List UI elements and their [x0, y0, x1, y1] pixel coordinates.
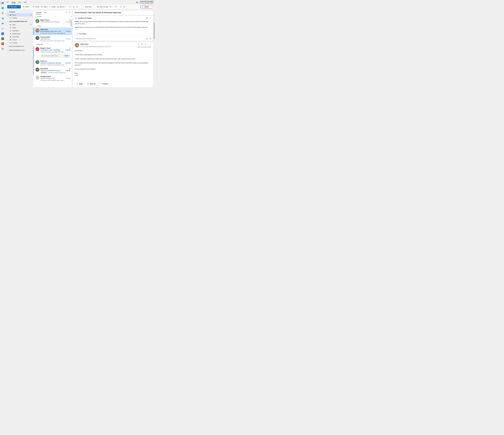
rail-item-groups[interactable]: [0, 22, 5, 25]
sidebar-item-inbox-favorite[interactable]: Inbox 11: [6, 13, 32, 17]
sweep-button[interactable]: Sweep: [48, 5, 56, 8]
pin-button[interactable]: [119, 5, 122, 8]
list-item-miguel[interactable]: MT Miguel Tórrez Surprise Birthday Party…: [33, 18, 72, 24]
rail-item-to-do[interactable]: [0, 27, 5, 30]
rail-item-excel[interactable]: X: [0, 37, 5, 40]
tab-focused[interactable]: Focused: [35, 11, 43, 14]
list-item-hollie[interactable]: HR Hollie Rees Action Needed: Field Trip…: [33, 28, 72, 35]
tab-home[interactable]: Home: [10, 1, 17, 4]
archive-icon: [10, 39, 11, 41]
group-header-pinned[interactable]: Pinned: [33, 15, 72, 18]
pinned-icon[interactable]: [68, 19, 70, 21]
list-item-cindy[interactable]: CL Cindy Lin Apartment Parking Spot Open…: [33, 59, 72, 67]
thumbs-down-icon[interactable]: [149, 38, 151, 39]
sidebar-item-invoices[interactable]: Invoices: [6, 41, 32, 44]
categorize-button[interactable]: [109, 5, 114, 8]
citation-1[interactable]: 1: [86, 23, 88, 25]
scroll-up-arrow[interactable]: [154, 15, 154, 16]
list-item-margies-travel[interactable]: Margie's Travel Confirmation Letter - MP…: [33, 46, 72, 59]
quick-steps-dropdown[interactable]: [93, 6, 95, 8]
ask-copilot-button[interactable]: Ask Copilot: [75, 32, 88, 35]
snooze-button[interactable]: [123, 5, 128, 8]
filter-icon[interactable]: [65, 12, 67, 13]
reply-all-button[interactable]: [72, 5, 75, 9]
lightning-icon: [82, 6, 84, 8]
close-icon[interactable]: [150, 17, 151, 19]
sidebar-item-deleted-items[interactable]: Deleted Items: [6, 32, 32, 35]
chevron-right-icon: [7, 46, 8, 47]
event-reminder[interactable]: Lunch with Cassandra in 30 min at Fourth…: [136, 0, 153, 4]
sidebar-item-invoices-favorite[interactable]: Invoices: [6, 17, 32, 19]
sender-avatar[interactable]: HR: [75, 43, 79, 47]
copy-summary-icon[interactable]: [146, 17, 148, 19]
chevron-down-icon: [126, 6, 127, 7]
hamburger-icon[interactable]: [6, 1, 9, 4]
reply-all-icon[interactable]: [141, 43, 143, 45]
sort-icon[interactable]: [68, 12, 70, 13]
scrollbar-thumb[interactable]: [154, 22, 154, 39]
scrollbar-thumb[interactable]: [71, 20, 71, 26]
ellipsis-icon[interactable]: [149, 44, 151, 45]
forward-button[interactable]: [75, 5, 81, 9]
sidebar-item-drafts[interactable]: Drafts: [6, 26, 32, 29]
copilot-button[interactable]: Copilot: [141, 5, 153, 9]
rail-item-outlook[interactable]: [0, 2, 5, 4]
rail-item-powerpoint[interactable]: P: [0, 43, 5, 45]
sidebar-item-junk-email[interactable]: Junk Email: [6, 35, 32, 38]
account-outlook[interactable]: julia_torrezz00@outlook.com: [6, 19, 32, 23]
rail-item-people[interactable]: [0, 17, 5, 20]
ribbon-expand-button[interactable]: [133, 5, 136, 8]
flag-button[interactable]: [114, 5, 119, 8]
rail-item-more-apps[interactable]: [0, 48, 5, 50]
sidebar-item-inbox[interactable]: Inbox 11: [6, 23, 32, 26]
forward-button[interactable]: Forward: [98, 82, 109, 86]
citation-2[interactable]: 2: [75, 28, 77, 30]
list-item-woodland-bank[interactable]: Woodland Bank Your Bill is Ready to View…: [33, 75, 72, 82]
email-body: Hi everyone, Thanks David, really apprec…: [75, 50, 151, 82]
account-yahoo[interactable]: juliatorrez00@yahoo.com: [6, 48, 32, 52]
tab-other[interactable]: Other: [43, 11, 48, 14]
rail-item-calendar[interactable]: [0, 7, 5, 9]
more-options-button[interactable]: [129, 5, 132, 8]
archive-button[interactable]: Archive: [32, 5, 40, 8]
chevron-right-icon[interactable]: [34, 37, 35, 38]
rsvp-button[interactable]: RSVP: [63, 54, 70, 57]
quick-steps-button[interactable]: Quick Steps: [81, 5, 95, 8]
recipients-line[interactable]: To: Eric Ishida; David Serna; Katri Wats…: [80, 46, 136, 47]
read-unread-button[interactable]: Read / Unread: [96, 5, 109, 8]
account-gmail[interactable]: julia.h.torrez@gmail.com: [6, 44, 32, 48]
chevron-right-icon[interactable]: [34, 69, 35, 70]
new-mail-button[interactable]: New mail: [7, 5, 21, 9]
window-scrollbar[interactable]: [153, 10, 155, 87]
list-item-yvonne[interactable]: YC Yvonne Cartier Yoga Workshop 9:16 AM …: [33, 35, 72, 43]
thumbs-up-icon[interactable]: [146, 38, 148, 39]
favorites-header[interactable]: Favorites: [6, 10, 32, 13]
copilot-outline-icon: [76, 33, 78, 35]
forward-icon[interactable]: [144, 43, 146, 45]
category-tag[interactable]: Outreach: [40, 72, 47, 73]
reply-icon[interactable]: [138, 43, 140, 45]
delete-button[interactable]: Delete: [22, 5, 32, 8]
sidebar-item-archive[interactable]: Archive: [6, 38, 32, 41]
move-to-button[interactable]: Move to: [56, 5, 67, 9]
copilot-dropdown[interactable]: [150, 6, 153, 8]
message-list-scrollbar[interactable]: [71, 16, 72, 87]
chevron-right-icon[interactable]: [34, 20, 35, 21]
tab-view[interactable]: View: [17, 1, 22, 4]
chevron-right-icon[interactable]: [7, 24, 8, 25]
reply-button[interactable]: [68, 5, 72, 9]
event-card[interactable]: Thurs 11/12/2026 11:35... RSVP: [40, 53, 70, 58]
rail-item-copilot[interactable]: [0, 12, 5, 15]
reminder-subtitle: in 30 min at Fourth Coffee: [139, 2, 153, 4]
report-button[interactable]: Report: [40, 5, 48, 8]
scroll-up-arrow[interactable]: [71, 16, 72, 17]
group-header-today[interactable]: Today: [33, 24, 72, 28]
sidebar-item-sent-items[interactable]: Sent Items: [6, 29, 32, 32]
tab-help[interactable]: Help: [22, 1, 28, 4]
new-mail-dropdown[interactable]: [18, 5, 21, 9]
reply-button[interactable]: Reply: [75, 82, 85, 86]
list-item-davit[interactable]: DW Davit Wolfe @ Thanks for joining our …: [33, 67, 72, 75]
group-header-yesterday[interactable]: Yesterday: [33, 43, 72, 46]
reply-all-button[interactable]: Reply all: [86, 82, 97, 86]
rail-item-word[interactable]: W: [0, 32, 5, 35]
